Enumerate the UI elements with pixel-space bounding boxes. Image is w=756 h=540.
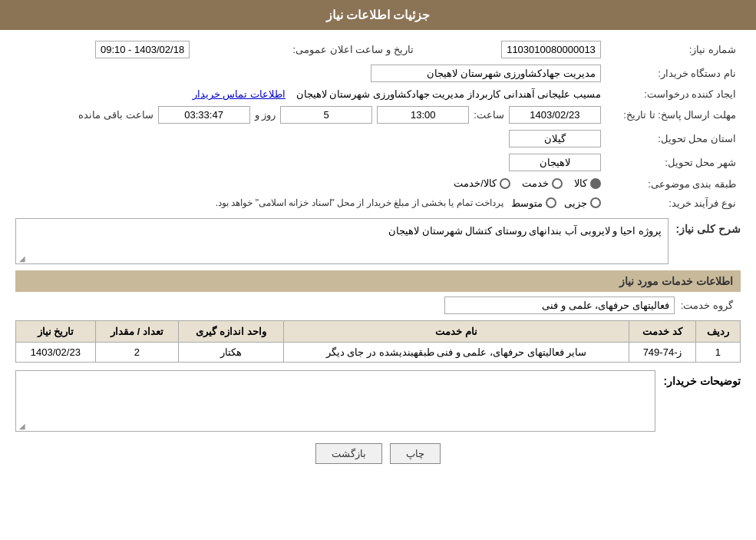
buyer-name-label: نام دستگاه خریدار: — [606, 61, 741, 85]
deadline-date: 1403/02/23 — [509, 106, 601, 124]
buyer-notes-value: ◢ — [15, 370, 655, 432]
resize-handle-notes[interactable]: ◢ — [18, 422, 25, 429]
back-button[interactable]: بازگشت — [315, 443, 382, 464]
col-quantity: تعداد / مقدار — [95, 320, 178, 342]
process-row: جزیی متوسط پرداخت تمام یا بخشی از مبلغ خ… — [20, 197, 601, 209]
basic-info-table: شماره نیاز: 1103010080000013 تاریخ و ساع… — [15, 38, 741, 212]
col-code: کد خدمت — [629, 320, 696, 342]
print-button[interactable]: چاپ — [390, 443, 441, 464]
cell-code: ز-74-749 — [629, 342, 696, 362]
category-kala-label: کالا — [574, 177, 587, 189]
city-label: شهر محل تحویل: — [606, 151, 741, 174]
deadline-days: 5 — [280, 106, 372, 124]
resize-handle-description[interactable]: ◢ — [18, 254, 25, 262]
button-group: چاپ بازگشت — [15, 443, 741, 464]
category-kala-khedmat-label: کالا/خدمت — [454, 177, 497, 189]
process-jazzi-item[interactable]: جزیی — [564, 197, 601, 209]
province-value: گیلان — [509, 130, 601, 147]
description-container: پروژه احیا و لایروبی آب بندانهای روستای … — [15, 218, 669, 264]
process-jazzi-radio[interactable] — [590, 197, 601, 208]
process-motavaset-radio[interactable] — [546, 197, 556, 208]
buyer-notes-section: توضیحات خریدار: ◢ — [15, 370, 741, 432]
deadline-label: مهلت ارسال پاسخ: تا تاریخ: — [606, 103, 741, 127]
process-jazzi-label: جزیی — [564, 197, 587, 209]
category-kala-khedmat-item[interactable]: کالا/خدمت — [454, 177, 510, 189]
buyer-notes-label: توضیحات خریدار: — [663, 370, 741, 387]
service-group-value: فعالیتهای حرفهای، علمی و فنی — [444, 297, 675, 314]
city-value: لاهیجان — [509, 154, 601, 171]
category-kala-khedmat-radio[interactable] — [500, 178, 510, 189]
deadline-time-label: ساعت: — [474, 109, 504, 121]
creator-label: ایجاد کننده درخواست: — [606, 85, 741, 103]
deadline-remaining: 03:33:47 — [158, 106, 250, 124]
service-group-row: گروه خدمت: فعالیتهای حرفهای، علمی و فنی — [15, 297, 741, 314]
date-value: 1403/02/18 - 09:10 — [95, 41, 190, 58]
deadline-row: 1403/02/23 ساعت: 13:00 5 روز و 03:33:47 … — [20, 106, 601, 124]
description-value: پروژه احیا و لایروبی آب بندانهای روستای … — [15, 218, 669, 264]
col-name: نام خدمت — [283, 320, 629, 342]
page-wrapper: جزئیات اطلاعات نیاز شماره نیاز: 11030100… — [0, 0, 756, 540]
description-section: شرح کلی نیاز: پروژه احیا و لایروبی آب بن… — [15, 218, 741, 264]
description-text: پروژه احیا و لایروبی آب بندانهای روستای … — [388, 225, 662, 237]
creator-value: مسیب علیجانی آهندانی کاربرداز مدیریت جها… — [296, 88, 601, 100]
cell-unit: هکتار — [179, 342, 284, 362]
category-kala-radio[interactable] — [590, 178, 601, 189]
services-section-header: اطلاعات خدمات مورد نیاز — [15, 270, 741, 292]
deadline-remaining-label: ساعت باقی مانده — [78, 109, 153, 121]
cell-row: 1 — [695, 342, 740, 362]
need-number-label: شماره نیاز: — [606, 38, 741, 61]
services-table: ردیف کد خدمت نام خدمت واحد اندازه گیری ت… — [15, 320, 741, 363]
page-header: جزئیات اطلاعات نیاز — [0, 0, 756, 30]
need-number-value: 1103010080000013 — [501, 41, 601, 58]
table-row: 1ز-74-749سایر فعالیتهای حرفهای، علمی و ف… — [16, 342, 741, 362]
service-group-label: گروه خدمت: — [681, 300, 741, 311]
category-radio-group: کالا خدمت کالا/خدمت — [454, 177, 601, 189]
col-row: ردیف — [695, 320, 740, 342]
deadline-days-label: روز و — [255, 109, 276, 121]
buyer-name-value: مدیریت جهادکشاورزی شهرستان لاهیجان — [371, 65, 601, 82]
cell-quantity: 2 — [95, 342, 178, 362]
contact-link[interactable]: اطلاعات تماس خریدار — [193, 88, 286, 100]
page-title: جزئیات اطلاعات نیاز — [326, 8, 431, 22]
col-unit: واحد اندازه گیری — [179, 320, 284, 342]
province-label: استان محل تحویل: — [606, 127, 741, 151]
date-label: تاریخ و ساعت اعلان عمومی: — [194, 38, 418, 61]
deadline-time: 13:00 — [377, 106, 469, 124]
process-motavaset-item[interactable]: متوسط — [511, 197, 556, 209]
col-date: تاریخ نیاز — [16, 320, 96, 342]
content-area: شماره نیاز: 1103010080000013 تاریخ و ساع… — [0, 30, 756, 472]
category-khedmat-item[interactable]: خدمت — [522, 177, 563, 189]
category-khedmat-label: خدمت — [522, 177, 549, 189]
category-label: طبقه بندی موضوعی: — [606, 174, 741, 194]
process-label: نوع فرآیند خرید: — [606, 194, 741, 212]
category-khedmat-radio[interactable] — [552, 178, 563, 189]
cell-name: سایر فعالیتهای حرفهای، علمی و فنی طبقهبن… — [283, 342, 629, 362]
category-kala-item[interactable]: کالا — [574, 177, 601, 189]
process-motavaset-label: متوسط — [511, 197, 543, 209]
buyer-notes-container: ◢ — [15, 370, 655, 432]
process-text: پرداخت تمام یا بخشی از مبلغ خریدار از مح… — [216, 197, 503, 208]
description-label: شرح کلی نیاز: — [676, 218, 741, 240]
cell-date: 1403/02/23 — [16, 342, 96, 362]
